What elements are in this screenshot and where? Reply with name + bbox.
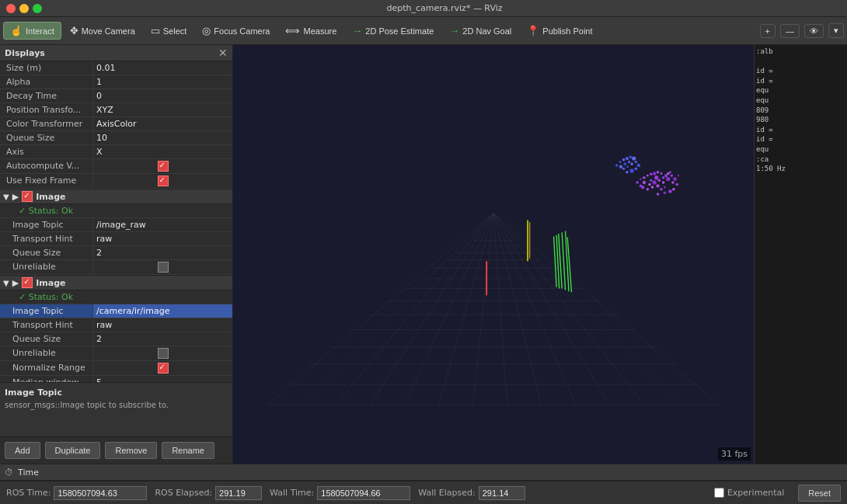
- image-section-2-header[interactable]: ▼ ▶ Image: [0, 275, 232, 290]
- svg-point-44: [657, 171, 660, 174]
- terminal-line: id =: [756, 76, 845, 86]
- ros-elapsed-input[interactable]: [215, 486, 262, 500]
- focus-camera-button[interactable]: ◎ Focus Camera: [195, 22, 277, 40]
- 3d-viewport[interactable]: 31 fps: [233, 45, 754, 464]
- svg-point-75: [622, 168, 626, 171]
- prop-normalize-range-value[interactable]: [93, 361, 232, 375]
- prop-image1-unreliable-value[interactable]: [93, 260, 232, 274]
- svg-point-47: [650, 179, 653, 182]
- prop-image1-queue-value[interactable]: 2: [93, 246, 232, 259]
- select-button[interactable]: ▭ Select: [144, 22, 194, 40]
- toolbar: ☝ Interact ✥ Move Camera ▭ Select ◎ Focu…: [0, 17, 847, 45]
- svg-point-78: [635, 161, 638, 164]
- svg-point-46: [654, 176, 658, 179]
- prop-image1-topic-value[interactable]: /image_raw: [93, 218, 232, 231]
- prop-image1-unreliable: Unreliable: [0, 260, 232, 275]
- minimize-button[interactable]: [19, 4, 29, 13]
- measure-button[interactable]: ⟺ Measure: [278, 22, 343, 40]
- prop-size-value[interactable]: 0.01: [93, 61, 232, 75]
- wall-elapsed-input[interactable]: [479, 486, 525, 500]
- image2-arrow: ▼: [3, 279, 9, 287]
- terminal-line: [756, 57, 845, 67]
- bottom-buttons: Add Duplicate Remove Rename: [0, 436, 232, 464]
- prop-color-transformer-value[interactable]: AxisColor: [93, 117, 232, 130]
- prop-image1-queue-label: Queue Size: [0, 246, 93, 259]
- ros-time-field: ROS Time:: [6, 486, 147, 500]
- svg-point-45: [661, 172, 663, 175]
- prop-use-fixed-frame-value[interactable]: [93, 174, 232, 188]
- ros-time-input[interactable]: [54, 486, 147, 500]
- prop-image1-transport-value[interactable]: raw: [93, 232, 232, 245]
- image1-unreliable-checkbox[interactable]: [158, 262, 169, 273]
- experimental-checkbox[interactable]: [714, 488, 724, 498]
- svg-point-90: [657, 193, 660, 196]
- svg-point-74: [619, 165, 622, 168]
- experimental-field: Experimental: [714, 488, 784, 498]
- prop-image2-unreliable-value[interactable]: [93, 346, 232, 360]
- prop-image2-topic-label: Image Topic: [0, 304, 93, 318]
- interact-icon: ☝: [10, 25, 23, 36]
- prop-alpha-value[interactable]: 1: [93, 75, 232, 89]
- rename-button[interactable]: Rename: [162, 442, 214, 459]
- svg-point-52: [658, 179, 661, 182]
- duplicate-button[interactable]: Duplicate: [45, 442, 101, 459]
- fps-display: 31 fps: [718, 447, 751, 461]
- svg-point-42: [650, 173, 653, 176]
- close-button[interactable]: [6, 4, 16, 13]
- remove-button[interactable]: Remove: [105, 442, 157, 459]
- prop-axis-value[interactable]: X: [93, 145, 232, 158]
- publish-point-button[interactable]: 📍 Publish Point: [520, 22, 599, 40]
- prop-image2-queue-label: Queue Size: [0, 332, 93, 346]
- use-fixed-frame-checkbox[interactable]: [158, 176, 169, 186]
- svg-point-82: [626, 171, 629, 174]
- add-button[interactable]: Add: [5, 442, 40, 459]
- prop-image2-queue-value[interactable]: 2: [93, 332, 232, 346]
- wall-time-input[interactable]: [317, 486, 410, 500]
- autocompute-checkbox[interactable]: [158, 161, 169, 172]
- image2-title: Image: [36, 278, 65, 288]
- prop-median-window: Median window 5: [0, 376, 232, 382]
- wall-elapsed-field: Wall Elapsed:: [418, 486, 525, 500]
- ros-time-label: ROS Time:: [6, 488, 51, 498]
- interact-button[interactable]: ☝ Interact: [3, 22, 61, 40]
- prop-image1-queue: Queue Size 2: [0, 246, 232, 260]
- minus-button[interactable]: —: [780, 24, 800, 38]
- eye-button[interactable]: 👁: [804, 24, 824, 38]
- left-panel: Displays ✕ Size (m) 0.01 Alpha 1 Decay T…: [0, 45, 233, 464]
- displays-tree[interactable]: Size (m) 0.01 Alpha 1 Decay Time 0 Posit…: [0, 61, 232, 382]
- prop-median-window-value[interactable]: 5: [93, 376, 232, 382]
- normalize-range-checkbox[interactable]: [158, 363, 169, 374]
- settings-button[interactable]: ▾: [828, 23, 844, 38]
- main-area: Displays ✕ Size (m) 0.01 Alpha 1 Decay T…: [0, 45, 847, 464]
- move-camera-icon: ✥: [70, 25, 78, 36]
- displays-close-button[interactable]: ✕: [218, 47, 228, 58]
- maximize-button[interactable]: [33, 4, 42, 13]
- prop-queue-size-value[interactable]: 10: [93, 131, 232, 144]
- prop-decay-time-value[interactable]: 0: [93, 89, 232, 103]
- image-section-1-header[interactable]: ▼ ▶ Image: [0, 189, 232, 204]
- prop-image2-transport-label: Transport Hint: [0, 318, 93, 332]
- expand2-icon: ▶: [12, 278, 19, 288]
- svg-point-81: [629, 169, 633, 172]
- terminal-line: equ: [756, 85, 845, 96]
- plus-button[interactable]: +: [760, 24, 776, 38]
- prop-image2-transport-value[interactable]: raw: [93, 318, 232, 332]
- prop-axis-label: Axis: [0, 145, 93, 158]
- image1-enable-checkbox[interactable]: [22, 191, 33, 202]
- terminal-line: id =: [756, 134, 845, 144]
- pose-estimate-icon: →: [352, 25, 362, 36]
- nav-goal-button[interactable]: → 2D Nav Goal: [442, 22, 518, 40]
- svg-point-72: [628, 161, 631, 164]
- prop-pos-transform-value[interactable]: XYZ: [93, 103, 232, 116]
- reset-button[interactable]: Reset: [798, 485, 841, 502]
- terminal-line: equ: [756, 144, 845, 155]
- image2-unreliable-checkbox[interactable]: [158, 348, 169, 359]
- move-camera-button[interactable]: ✥ Move Camera: [63, 22, 142, 40]
- pose-estimate-button[interactable]: → 2D Pose Estimate: [345, 22, 441, 40]
- image2-enable-checkbox[interactable]: [22, 277, 33, 288]
- prop-autocompute-value[interactable]: [93, 159, 232, 173]
- focus-camera-icon: ◎: [202, 25, 211, 36]
- prop-image2-topic-value[interactable]: /camera/ir/image: [93, 304, 232, 318]
- svg-point-43: [653, 172, 656, 175]
- measure-icon: ⟺: [285, 25, 300, 36]
